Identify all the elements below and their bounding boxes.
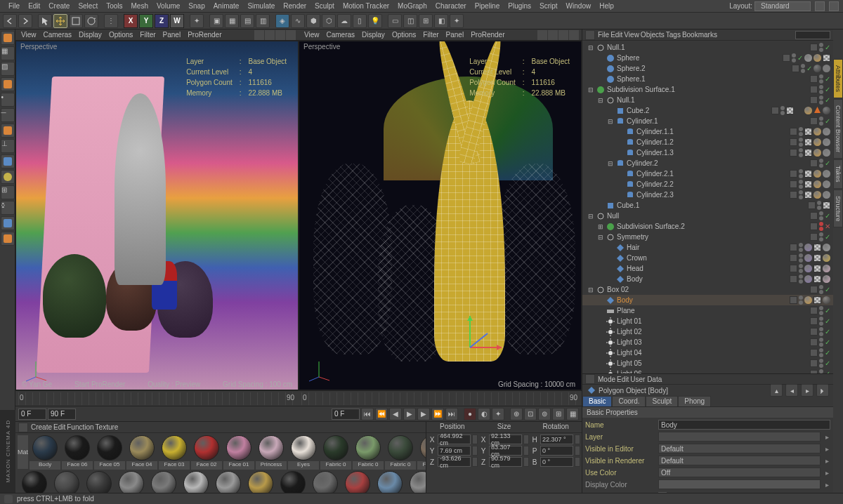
visibility-dot[interactable] — [819, 321, 823, 326]
object-name[interactable]: Light 01 — [617, 317, 673, 325]
visibility-dot[interactable] — [819, 338, 823, 342]
dock-tab-content-browser[interactable]: Content Browser — [833, 99, 843, 159]
visibility-dot[interactable] — [799, 264, 803, 268]
vp-menu-options[interactable]: Options — [106, 31, 136, 39]
expand-icon[interactable]: ⊟ — [587, 86, 594, 93]
layer-swatch[interactable] — [790, 244, 797, 251]
attr-dropdown-use-color[interactable]: Off — [658, 467, 821, 477]
layer-swatch[interactable] — [810, 75, 818, 83]
layer-swatch[interactable] — [810, 286, 818, 293]
timeline-ruler-left[interactable]: 090 — [18, 392, 296, 405]
vp-nav-icon[interactable] — [569, 30, 579, 40]
material-tag-icon[interactable] — [823, 296, 830, 304]
menu-window[interactable]: Window — [562, 1, 596, 11]
menu-edit[interactable]: Edit — [24, 1, 44, 11]
attr-tab-coord[interactable]: Coord. — [612, 396, 646, 406]
axis-y-toggle[interactable]: Y — [139, 14, 153, 28]
tree-row[interactable]: Body — [582, 274, 833, 284]
vp-menu-display[interactable]: Display — [76, 31, 105, 39]
play-button[interactable]: ▶ — [403, 408, 416, 420]
isoline-button[interactable] — [1, 232, 15, 246]
obj-menu-tags[interactable]: Tags — [666, 31, 681, 39]
material-tag-icon[interactable] — [823, 275, 830, 283]
visibility-dot[interactable] — [819, 74, 823, 79]
light-button[interactable]: 💡 — [368, 14, 382, 28]
triangle-tag-icon[interactable] — [813, 106, 821, 115]
object-name[interactable]: Null — [607, 212, 663, 220]
pick-button[interactable]: ✦ — [190, 14, 204, 28]
object-name[interactable]: Subdivision Surface.1 — [607, 86, 675, 93]
environment-button[interactable]: ☁ — [337, 14, 351, 28]
visibility-dot[interactable] — [799, 195, 803, 199]
layer-swatch[interactable] — [771, 107, 779, 114]
tree-row[interactable]: Cylinder.2.2 — [582, 179, 833, 190]
layer-swatch[interactable] — [810, 338, 818, 346]
vp-nav-icon[interactable] — [254, 30, 264, 40]
enable-check-icon[interactable]: ✓ — [797, 54, 803, 62]
visibility-dot[interactable] — [819, 317, 823, 321]
visibility-dot[interactable] — [819, 343, 823, 347]
object-name[interactable]: Cylinder.2.1 — [636, 170, 693, 178]
visibility-dot[interactable] — [819, 348, 823, 352]
material-tag-icon[interactable] — [813, 128, 821, 135]
visibility-dot[interactable] — [799, 300, 803, 305]
visibility-dot[interactable] — [801, 69, 805, 73]
layer-swatch[interactable] — [810, 328, 818, 336]
coord-pos-Z[interactable]: -93.626 cm — [438, 457, 471, 467]
rotate-tool[interactable] — [84, 14, 98, 28]
vp-nav-icon[interactable] — [286, 30, 296, 40]
material-swatch[interactable]: Face 03 — [159, 435, 190, 470]
tree-row[interactable]: Body — [582, 295, 833, 305]
layer-swatch[interactable] — [792, 65, 799, 72]
object-name[interactable]: Cylinder.1.1 — [636, 128, 693, 135]
snap-button[interactable] — [1, 170, 15, 184]
mat-menu-texture[interactable]: Texture — [96, 423, 119, 431]
menu-mesh[interactable]: Mesh — [127, 1, 152, 11]
visibility-dot[interactable] — [819, 222, 823, 226]
frame-end-field[interactable]: 90 F — [48, 409, 76, 420]
locked-button[interactable] — [1, 216, 15, 230]
object-name[interactable]: Cylinder.1.3 — [636, 149, 693, 157]
visibility-dot[interactable] — [819, 227, 823, 231]
object-manager-tree[interactable]: ⊟Null.1✓Sphere✓Sphere.2✓Sphere.1✓⊟Subdiv… — [582, 41, 833, 373]
vp-nav-icon[interactable] — [275, 30, 285, 40]
tree-row[interactable]: ⊟Box 02✓ — [582, 284, 833, 295]
camera-button[interactable]: ▯ — [353, 14, 367, 28]
goto-start-button[interactable]: ⏮ — [361, 408, 374, 420]
coord-size-X[interactable]: 92.133 cm — [489, 435, 522, 444]
checker-tag-icon[interactable] — [813, 275, 821, 283]
enable-check-icon[interactable]: ✓ — [825, 233, 830, 241]
enable-check-icon[interactable]: ✓ — [825, 159, 830, 167]
attr-field-name[interactable]: Body — [658, 420, 830, 430]
record-button[interactable]: ● — [464, 408, 476, 420]
object-name[interactable]: Light 02 — [617, 328, 673, 336]
object-name[interactable]: Cylinder.2.3 — [636, 191, 693, 199]
render-view-button[interactable]: ▣ — [209, 14, 223, 28]
checker-tag-icon[interactable] — [813, 254, 821, 262]
object-name[interactable]: Light 05 — [617, 359, 673, 367]
material-tag-icon[interactable] — [823, 265, 830, 272]
visibility-dot[interactable] — [819, 290, 823, 294]
vp-menu-options[interactable]: Options — [389, 31, 419, 39]
checker-tag-icon[interactable] — [823, 201, 830, 209]
visibility-dot[interactable] — [799, 153, 803, 157]
menu-select[interactable]: Select — [74, 1, 102, 11]
checker-tag-icon[interactable] — [804, 180, 812, 188]
enable-check-icon[interactable]: ✓ — [825, 307, 830, 314]
material-tag-icon[interactable] — [823, 138, 830, 146]
polygon-mode-button[interactable] — [1, 124, 15, 138]
tree-row[interactable]: ⊟Null✓ — [582, 211, 833, 221]
visibility-dot[interactable] — [819, 216, 823, 220]
layout-btn-1[interactable] — [815, 1, 825, 11]
visibility-dot[interactable] — [819, 327, 823, 331]
coord-size-Z[interactable]: 90.579 cm — [489, 457, 522, 467]
layer-swatch[interactable] — [790, 275, 797, 283]
tree-row[interactable]: ⊟Null.1✓ — [582, 95, 833, 105]
checker-tag-icon[interactable] — [804, 138, 812, 146]
visibility-dot[interactable] — [799, 190, 803, 194]
material-swatch[interactable]: Fabric 0 — [417, 435, 426, 470]
object-name[interactable]: Subdivision Surface.2 — [617, 223, 685, 230]
prev-key-button[interactable]: ⏪ — [375, 408, 388, 420]
visibility-dot[interactable] — [819, 117, 823, 121]
attr-tab-phong[interactable]: Phong — [678, 396, 711, 406]
